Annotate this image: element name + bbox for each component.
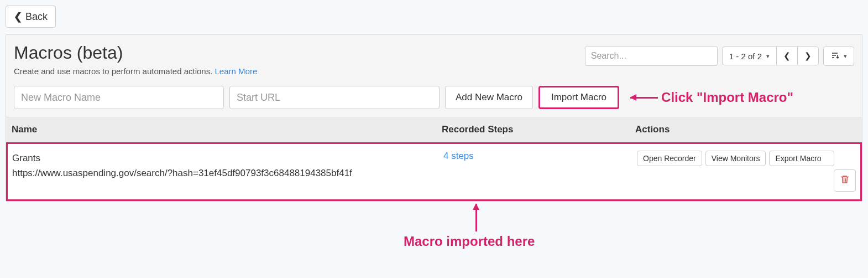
- annotation-import-hint: Click "Import Macro": [630, 90, 793, 105]
- open-recorder-button[interactable]: Open Recorder: [637, 151, 702, 166]
- table-header: Name Recorded Steps Actions: [6, 117, 862, 142]
- trash-icon: [840, 174, 850, 187]
- start-url-input[interactable]: [229, 86, 440, 109]
- pagination-prev-button[interactable]: ❮: [776, 47, 798, 65]
- annotation-row-hint: Macro imported here: [404, 234, 535, 249]
- col-header-steps: Recorded Steps: [442, 124, 635, 135]
- macros-panel: Macros (beta) Create and use macros to p…: [6, 34, 862, 202]
- page-subtitle: Create and use macros to perform automat…: [14, 66, 257, 76]
- search-input[interactable]: [585, 46, 718, 66]
- macro-url: https://www.usaspending.gov/search/?hash…: [12, 166, 443, 181]
- import-macro-button[interactable]: Import Macro: [538, 86, 619, 109]
- table-row: Grants https://www.usaspending.gov/searc…: [6, 142, 862, 201]
- delete-macro-button[interactable]: [834, 169, 856, 192]
- arrow-left-icon: [630, 97, 658, 99]
- sort-icon: [830, 51, 839, 61]
- recorded-steps-link[interactable]: 4 steps: [443, 151, 474, 161]
- macro-name-input[interactable]: [14, 86, 224, 109]
- col-header-actions: Actions: [635, 124, 857, 135]
- arrow-up-icon: [475, 204, 477, 231]
- page-title: Macros (beta): [14, 43, 257, 63]
- view-monitors-button[interactable]: View Monitors: [705, 151, 766, 166]
- col-header-name: Name: [11, 124, 442, 135]
- chevron-left-icon: ❮: [783, 51, 791, 61]
- pagination-range-button[interactable]: 1 - 2 of 2: [722, 47, 777, 65]
- pagination-group: 1 - 2 of 2 ❮ ❯: [722, 47, 819, 65]
- chevron-left-icon: ❮: [14, 11, 22, 23]
- back-button[interactable]: ❮ Back: [6, 6, 56, 28]
- macro-name: Grants: [12, 153, 40, 163]
- add-new-macro-button[interactable]: Add New Macro: [445, 86, 533, 109]
- back-label: Back: [25, 11, 48, 23]
- annotation-row-hint-wrap: Macro imported here: [6, 202, 862, 278]
- pagination-next-button[interactable]: ❯: [797, 47, 819, 65]
- chevron-right-icon: ❯: [804, 51, 812, 61]
- sort-button[interactable]: [823, 47, 854, 66]
- learn-more-link[interactable]: Learn More: [215, 66, 258, 76]
- export-macro-button[interactable]: Export Macro: [769, 151, 834, 166]
